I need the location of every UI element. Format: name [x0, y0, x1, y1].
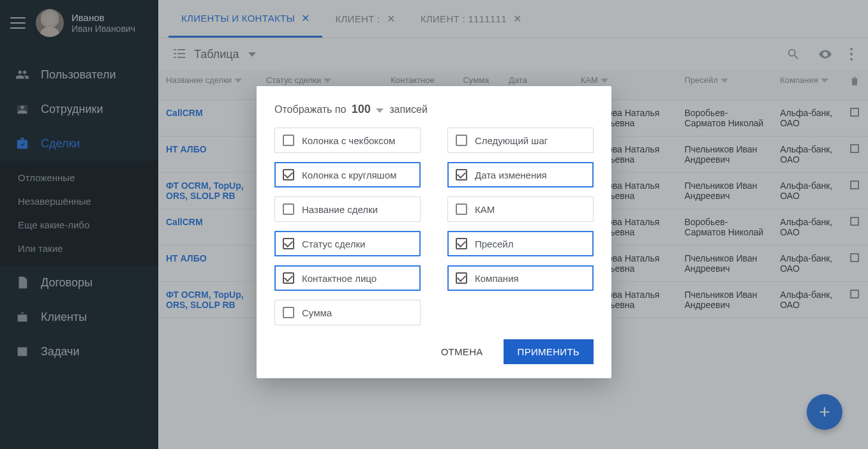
column-option-label: Компания — [475, 273, 519, 284]
column-option-label: Название сделки — [302, 204, 378, 215]
columns-grid: Колонка с чекбоксомСледующий шагКолонка … — [274, 128, 594, 325]
columns-modal: Отображать по 100 записей Колонка с чекб… — [257, 86, 611, 378]
checkbox-icon[interactable] — [456, 272, 467, 284]
column-option[interactable]: Колонка с кругляшом — [274, 162, 421, 188]
column-option[interactable]: КАМ — [447, 196, 594, 222]
column-option[interactable]: Компания — [447, 265, 594, 291]
column-option[interactable]: Название сделки — [274, 196, 421, 222]
column-option-label: Колонка с кругляшом — [302, 170, 396, 180]
column-option-label: Контактное лицо — [302, 273, 377, 284]
column-option[interactable]: Сумма — [274, 300, 421, 325]
checkbox-icon[interactable] — [283, 238, 294, 249]
column-option-label: КАМ — [475, 204, 495, 215]
column-option-label: Статус сделки — [302, 239, 365, 249]
checkbox-icon[interactable] — [283, 135, 294, 146]
checkbox-icon[interactable] — [456, 203, 467, 215]
column-option[interactable]: Контактное лицо — [274, 265, 421, 291]
checkbox-icon[interactable] — [283, 272, 294, 284]
modal-actions: ОТМЕНА ПРИМЕНИТЬ — [274, 339, 594, 364]
checkbox-icon[interactable] — [456, 169, 467, 180]
checkbox-icon[interactable] — [456, 135, 467, 146]
column-option[interactable]: Статус сделки — [274, 231, 421, 256]
column-option-label: Сумма — [302, 307, 332, 318]
modal-suffix: записей — [389, 104, 428, 115]
column-option-label: Следующий шаг — [475, 135, 548, 146]
column-option[interactable]: Следующий шаг — [447, 128, 594, 153]
checkbox-icon[interactable] — [283, 169, 294, 180]
records-count[interactable]: 100 — [352, 103, 371, 115]
column-option[interactable]: Пресейл — [447, 231, 594, 256]
column-option-label: Пресейл — [475, 239, 513, 249]
apply-button[interactable]: ПРИМЕНИТЬ — [504, 339, 594, 364]
checkbox-icon[interactable] — [283, 307, 294, 318]
cancel-button[interactable]: ОТМЕНА — [436, 340, 488, 364]
modal-title-row: Отображать по 100 записей — [274, 103, 594, 116]
column-option-label: Колонка с чекбоксом — [302, 135, 395, 146]
modal-prefix: Отображать по — [274, 104, 346, 115]
chevron-down-icon[interactable] — [376, 108, 384, 113]
checkbox-icon[interactable] — [283, 203, 294, 215]
modal-overlay[interactable]: Отображать по 100 записей Колонка с чекб… — [0, 0, 868, 449]
column-option[interactable]: Колонка с чекбоксом — [274, 128, 421, 153]
checkbox-icon[interactable] — [456, 238, 467, 249]
column-option[interactable]: Дата изменения — [447, 162, 594, 188]
column-option-label: Дата изменения — [475, 170, 547, 180]
